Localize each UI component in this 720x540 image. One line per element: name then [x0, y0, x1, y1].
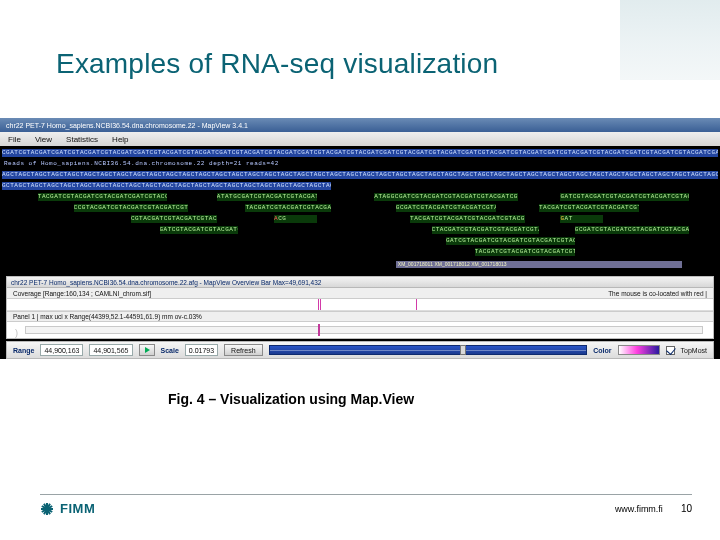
- menu-statistics[interactable]: Statistics: [66, 135, 98, 144]
- menubar: File View Statistics Help: [0, 132, 720, 146]
- slide: Examples of RNA-seq visualization chr22 …: [0, 0, 720, 540]
- menu-view[interactable]: View: [35, 135, 52, 144]
- read-seg: GCGATCGTACGATCGTACGATCGTACG: [396, 204, 496, 212]
- overview-sub-left: Coverage [Range:160,134 ; CAMLNI_chrom.s…: [13, 290, 151, 297]
- footer-right: www.fimm.fi 10: [615, 503, 692, 514]
- read-seg: GCGATCGTACGATCGTACGATCGTACGATCGTACG: [575, 226, 690, 234]
- play-icon: [145, 347, 150, 353]
- mapview-window: chr22 PET-7 Homo_sapiens.NCBI36.54.dna.c…: [0, 118, 720, 359]
- read-seg: TACGATCGTACGATCGTACGATCGTACG: [539, 204, 639, 212]
- read-row: TACGATCGTACGATCGTACGATCGTACG: [2, 247, 718, 257]
- scale-label: Scale: [161, 347, 179, 354]
- consensus-row-2: AGCTAGCTAGCTAGCTAGCTAGCTAGCTAGCTAGCTAGCT…: [2, 170, 718, 180]
- zoom-slider-knob[interactable]: [460, 345, 466, 355]
- topmost-label: TopMost: [681, 347, 707, 354]
- window-titlebar[interactable]: chr22 PET-7 Homo_sapiens.NCBI36.54.dna.c…: [0, 118, 720, 132]
- overview-tick: [318, 299, 319, 310]
- play-button[interactable]: [139, 344, 155, 356]
- read-seg: ATATGCGATCGTACGATCGTACGATCGTACG: [217, 193, 317, 201]
- annotation-row: XM_001718011 XM_001718012 XM_001718013: [2, 259, 718, 269]
- consensus-seq3: GCTAGCTAGCTAGCTAGCTAGCTAGCTAGCTAGCTAGCTA…: [2, 182, 331, 190]
- read-seg: GAT: [560, 215, 603, 223]
- read-seg: TACGATCGTACGATCGTACGATCGTACGATCG: [410, 215, 525, 223]
- decor-top-right: [620, 0, 720, 80]
- overview-current-mark[interactable]: [318, 324, 320, 336]
- read-seg: GATCGTACGATCGTACGATCGTACGATCGTACGATCGTAC: [446, 237, 575, 245]
- overview-band: [25, 326, 703, 334]
- read-seg: ACG: [274, 215, 317, 223]
- overview-tick: [320, 299, 321, 310]
- title-area: Examples of RNA-seq visualization: [0, 0, 720, 80]
- overview-brace-icon: ): [15, 328, 18, 338]
- figure-wrap: chr22 PET-7 Homo_sapiens.NCBI36.54.dna.c…: [0, 118, 720, 365]
- scale-input[interactable]: 0.01793: [185, 344, 218, 356]
- topmost-checkbox[interactable]: [666, 346, 675, 355]
- consensus-row-top: CGATCGTACGATCGATCGTACGATCGTACGATCGATCGTA…: [2, 148, 718, 158]
- overview-panel-left: Panel 1 | max uci x Range(44399,52.1-445…: [13, 313, 202, 320]
- page-number: 10: [681, 503, 692, 514]
- track-label-row: Reads of Homo_sapiens.NCBI36.54.dna.chro…: [2, 159, 718, 169]
- figure-caption: Fig. 4 – Visualization using Map.View: [0, 365, 720, 407]
- read-row: TACGATCGTACGATCGTACGATCGATCGTACGATCGTACG…: [2, 192, 718, 202]
- read-seg: TACGATCGTACGATCGTACGATCG: [245, 204, 331, 212]
- track-label: Reads of Homo_sapiens.NCBI36.54.dna.chro…: [4, 160, 279, 168]
- read-row: CCGTACGATCGTACGATCGTACGATCGTACGATCGT TAC…: [2, 203, 718, 213]
- overview-pane: chr22 PET-7 Homo_sapiens.NCBI36.54.dna.c…: [6, 276, 714, 339]
- read-tracks[interactable]: CGATCGTACGATCGATCGTACGATCGTACGATCGATCGTA…: [0, 146, 720, 274]
- footer-url: www.fimm.fi: [615, 504, 663, 514]
- overview-subhead: Coverage [Range:160,134 ; CAMLNI_chrom.s…: [7, 288, 713, 299]
- logo-burst-icon: [40, 502, 54, 516]
- consensus-seq: CGATCGTACGATCGATCGTACGATCGTACGATCGATCGTA…: [2, 149, 718, 157]
- annotation-seg: XM_001718011 XM_001718012 XM_001718013: [396, 261, 682, 268]
- toolbar: Range 44,900,163 44,901,565 Scale 0.0179…: [6, 341, 714, 359]
- read-row: GATCGTACGATCGTACGATCGTA CTACGATCGTACGATC…: [2, 225, 718, 235]
- refresh-button[interactable]: Refresh: [224, 344, 263, 356]
- overview-range-track[interactable]: ): [7, 322, 713, 338]
- color-label: Color: [593, 347, 611, 354]
- range-label: Range: [13, 347, 34, 354]
- color-gradient-picker[interactable]: [618, 345, 660, 355]
- range-to-input[interactable]: 44,901,565: [89, 344, 132, 356]
- window-title-text: chr22 PET-7 Homo_sapiens.NCBI36.54.dna.c…: [6, 122, 248, 129]
- read-seg: GATCGTACGATCGTACGATCGTA: [160, 226, 239, 234]
- range-from-input[interactable]: 44,900,163: [40, 344, 83, 356]
- overview-title: chr22 PET-7 Homo_sapiens.NCBI36.54.dna.c…: [7, 277, 713, 288]
- zoom-slider[interactable]: [269, 345, 588, 355]
- read-seg: TACGATCGTACGATCGTACGATCGTACG: [475, 248, 575, 256]
- menu-file[interactable]: File: [8, 135, 21, 144]
- read-row: GATCGTACGATCGTACGATCGTACGATCGTACGATCGTAC: [2, 236, 718, 246]
- footer: FIMM www.fimm.fi 10: [40, 494, 692, 516]
- read-seg: CGTACGATCGTACGATCGTACGATCG: [131, 215, 217, 223]
- consensus-seq2: AGCTAGCTAGCTAGCTAGCTAGCTAGCTAGCTAGCTAGCT…: [2, 171, 718, 179]
- read-seg: TACGATCGTACGATCGTACGATCGATCGTACGATCGTACG: [38, 193, 167, 201]
- brand-text: FIMM: [60, 501, 95, 516]
- overview-tick: [416, 299, 417, 310]
- read-seg: CCGTACGATCGTACGATCGTACGATCGTACGATCGT: [74, 204, 189, 212]
- read-seg: ATAGGCGATCGTACGATCGTACGATCGTACGATCGTACG: [374, 193, 517, 201]
- overview-panel-label: Panel 1 | max uci x Range(44399,52.1-445…: [7, 311, 713, 322]
- overview-sub-right: The mouse is co-located with red |: [608, 290, 707, 297]
- brand-logo: FIMM: [40, 501, 95, 516]
- read-seg: CTACGATCGTACGATCGTACGATCGTACGAT: [432, 226, 539, 234]
- read-row: CGTACGATCGTACGATCGTACGATCG ACG TACGATCGT…: [2, 214, 718, 224]
- overview-coverage-track[interactable]: [7, 299, 713, 311]
- read-seg: GATCGTACGATCGTACGATCGTACGATCGTACGATCGTAC: [560, 193, 689, 201]
- menu-help[interactable]: Help: [112, 135, 128, 144]
- consensus-row-3: GCTAGCTAGCTAGCTAGCTAGCTAGCTAGCTAGCTAGCTA…: [2, 181, 718, 191]
